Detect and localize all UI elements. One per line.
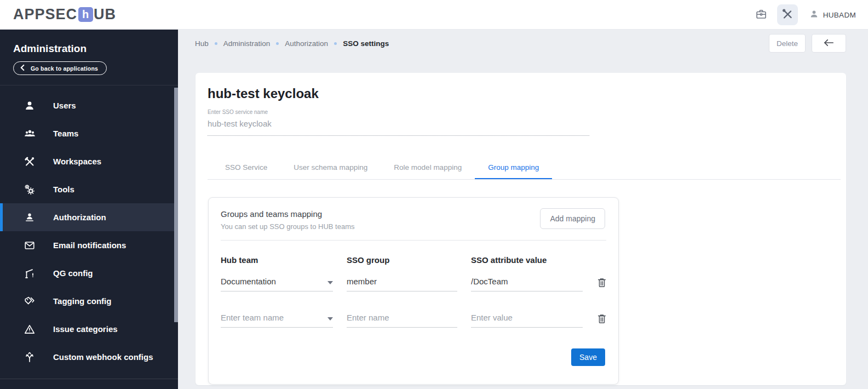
user-menu[interactable]: HUBADM bbox=[809, 9, 856, 21]
sidebar-item-label: Email notifications bbox=[53, 241, 126, 250]
arrow-left-icon bbox=[824, 39, 834, 48]
sidebar-item-authorization[interactable]: Authorization bbox=[0, 203, 178, 231]
appsechub-logo: APPSEC h UB bbox=[13, 6, 116, 23]
delete-row-button[interactable] bbox=[596, 277, 607, 290]
logo-h-mark-icon: h bbox=[78, 7, 93, 22]
trash-icon bbox=[596, 282, 607, 290]
sidebar-item-label: Issue categories bbox=[53, 324, 118, 334]
warning-triangle-icon bbox=[23, 323, 36, 335]
column-header-hub-team: Hub team bbox=[221, 255, 333, 265]
mapping-row: Documentation bbox=[221, 276, 606, 291]
page-title: hub-test keycloak bbox=[208, 86, 319, 101]
breadcrumb-authorization[interactable]: Authorization bbox=[285, 39, 328, 48]
trash-icon bbox=[596, 318, 607, 327]
sso-service-name-field: Enter SSO service name bbox=[208, 109, 589, 136]
sso-attribute-cell bbox=[471, 312, 583, 328]
briefcase-icon bbox=[755, 8, 768, 22]
row-actions bbox=[596, 312, 607, 328]
sso-group-cell bbox=[347, 312, 457, 328]
sso-service-name-label: Enter SSO service name bbox=[208, 109, 589, 115]
card-header: Groups and teams mapping You can set up … bbox=[209, 198, 618, 240]
sso-attribute-value-input[interactable] bbox=[471, 313, 583, 322]
chevron-down-icon bbox=[327, 317, 333, 321]
tab-sso-service[interactable]: SSO Service bbox=[212, 156, 280, 179]
tab-user-schema-mapping[interactable]: User schema mapping bbox=[280, 156, 381, 179]
gate-icon bbox=[23, 267, 36, 279]
admin-tools-button[interactable] bbox=[777, 4, 798, 25]
card-header-divider bbox=[221, 240, 606, 241]
sidebar-item-users[interactable]: Users bbox=[0, 91, 178, 119]
sidebar-item-issue-categories[interactable]: Issue categories bbox=[0, 315, 178, 343]
sso-group-cell bbox=[347, 276, 457, 291]
groups-teams-mapping-card: Groups and teams mapping You can set up … bbox=[208, 197, 619, 385]
hub-team-selected-value: Documentation bbox=[221, 277, 276, 286]
column-header-sso-group: SSO group bbox=[347, 255, 457, 265]
breadcrumb-sso-settings: SSO settings bbox=[343, 39, 389, 48]
save-button[interactable]: Save bbox=[571, 348, 605, 366]
sidebar-item-teams[interactable]: Teams bbox=[0, 119, 178, 147]
sidebar-item-label: Tagging config bbox=[53, 296, 111, 306]
breadcrumb-dot-icon bbox=[215, 42, 217, 45]
delete-button[interactable]: Delete bbox=[769, 34, 806, 53]
sidebar-item-label: Tools bbox=[53, 185, 74, 194]
sidebar-item-custom-webhook-configs[interactable]: Custom webhook configs bbox=[0, 343, 178, 371]
breadcrumb: Hub Administration Authorization SSO set… bbox=[195, 30, 389, 57]
tag-icon bbox=[23, 295, 36, 307]
mapping-table-header: Hub team SSO group SSO attribute value bbox=[221, 255, 606, 265]
chevron-left-icon bbox=[20, 65, 25, 72]
sidebar-item-label: Authorization bbox=[53, 213, 106, 222]
person-podium-icon bbox=[23, 211, 36, 224]
hub-team-select[interactable]: Enter team name bbox=[221, 312, 333, 328]
sidebar-item-tagging-config[interactable]: Tagging config bbox=[0, 287, 178, 315]
go-back-label: Go back to applications bbox=[31, 65, 98, 72]
tab-group-mapping[interactable]: Group mapping bbox=[475, 156, 552, 179]
hub-team-placeholder: Enter team name bbox=[221, 313, 284, 322]
briefcase-button[interactable] bbox=[751, 4, 772, 25]
breadcrumb-administration[interactable]: Administration bbox=[223, 39, 271, 48]
admin-sidebar: Administration Go back to applications U… bbox=[0, 30, 178, 389]
hub-team-select[interactable]: Documentation bbox=[221, 276, 333, 291]
breadcrumb-dot-icon bbox=[276, 42, 279, 45]
sso-attribute-value-input[interactable] bbox=[471, 277, 583, 286]
sidebar-item-workspaces[interactable]: Workspaces bbox=[0, 147, 178, 175]
mail-icon bbox=[23, 239, 36, 251]
tab-role-model-mapping[interactable]: Role model mapping bbox=[381, 156, 475, 179]
gears-icon bbox=[23, 184, 36, 196]
build-tools-icon bbox=[781, 8, 794, 22]
delete-row-button[interactable] bbox=[596, 313, 607, 327]
header-actions: HUBADM bbox=[751, 0, 856, 30]
sidebar-bottom-divider bbox=[0, 379, 178, 379]
sidebar-scrollbar[interactable] bbox=[174, 88, 178, 322]
sidebar-item-tools[interactable]: Tools bbox=[0, 175, 178, 203]
column-header-sso-attribute-value: SSO attribute value bbox=[471, 255, 583, 265]
app-root: APPSEC h UB bbox=[0, 0, 868, 389]
sso-group-input[interactable] bbox=[347, 313, 457, 322]
sso-settings-panel: hub-test keycloak Enter SSO service name… bbox=[196, 73, 846, 385]
chevron-down-icon bbox=[327, 281, 333, 284]
user-name-label: HUBADM bbox=[823, 11, 856, 19]
sidebar-item-label: QG config bbox=[53, 268, 93, 278]
sso-service-name-input[interactable] bbox=[208, 115, 589, 136]
sso-group-input[interactable] bbox=[347, 277, 457, 286]
sso-attribute-cell bbox=[471, 276, 583, 291]
group-icon bbox=[23, 127, 36, 140]
sidebar-nav: Users Teams bbox=[0, 91, 178, 371]
mapping-row: Enter team name bbox=[221, 312, 606, 328]
page-actions: Delete bbox=[769, 34, 846, 53]
back-button[interactable] bbox=[812, 34, 846, 53]
breadcrumb-dot-icon bbox=[334, 42, 337, 45]
user-icon bbox=[23, 100, 36, 112]
sidebar-item-qg-config[interactable]: QG config bbox=[0, 259, 178, 287]
sidebar-item-label: Users bbox=[53, 101, 76, 110]
sidebar-title: Administration bbox=[13, 43, 178, 55]
breadcrumb-hub[interactable]: Hub bbox=[195, 39, 209, 48]
add-mapping-button[interactable]: Add mapping bbox=[540, 208, 605, 229]
person-icon bbox=[809, 9, 819, 21]
sidebar-item-label: Workspaces bbox=[53, 157, 101, 166]
mapping-table: Hub team SSO group SSO attribute value D… bbox=[209, 255, 618, 328]
go-back-to-applications-button[interactable]: Go back to applications bbox=[13, 61, 107, 75]
sidebar-item-label: Teams bbox=[53, 129, 78, 138]
sidebar-item-email-notifications[interactable]: Email notifications bbox=[0, 231, 178, 259]
logo-text-suffix: UB bbox=[94, 6, 116, 23]
sidebar-divider bbox=[0, 85, 178, 85]
